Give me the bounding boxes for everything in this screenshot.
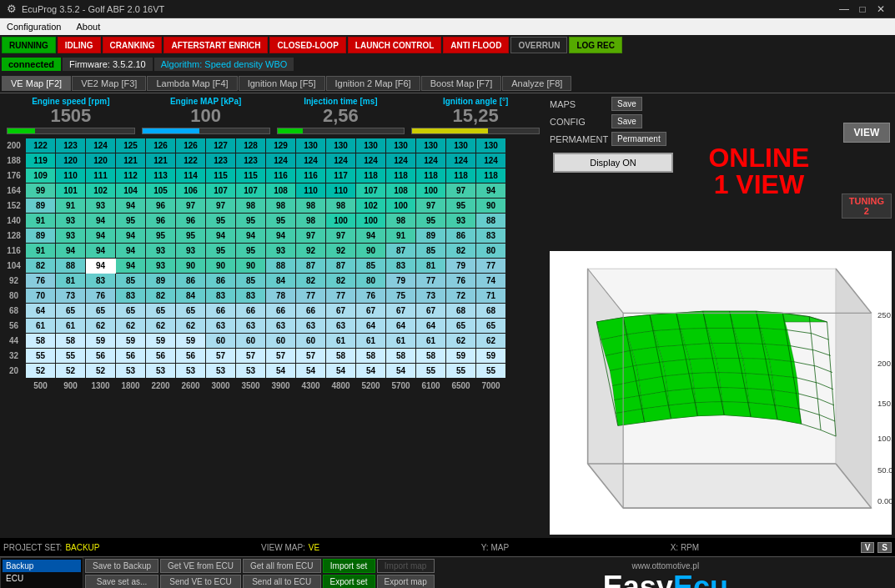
table-cell[interactable]: 83 (116, 289, 146, 304)
table-cell[interactable]: 63 (326, 319, 356, 334)
table-cell[interactable]: 83 (386, 259, 416, 274)
table-cell[interactable]: 130 (386, 138, 416, 153)
table-cell[interactable]: 57 (236, 349, 266, 364)
table-cell[interactable]: 87 (386, 244, 416, 259)
table-cell[interactable]: 113 (146, 168, 176, 183)
table-cell[interactable]: 108 (386, 183, 416, 199)
table-cell[interactable]: 67 (356, 304, 386, 319)
table-cell[interactable]: 57 (296, 349, 326, 364)
btn-closedloop[interactable]: CLOSED-LOOP (269, 37, 345, 53)
table-cell[interactable]: 59 (116, 334, 146, 349)
table-cell[interactable]: 59 (446, 349, 476, 364)
table-cell[interactable]: 97 (176, 199, 206, 214)
table-cell[interactable]: 86 (446, 229, 476, 244)
table-cell[interactable]: 89 (26, 229, 56, 244)
table-cell[interactable]: 130 (326, 138, 356, 153)
btn-cranking[interactable]: CRANKING (103, 37, 163, 53)
export-set-button[interactable]: Export set (323, 575, 375, 588)
table-cell[interactable]: 124 (296, 153, 326, 168)
minimize-button[interactable]: — (837, 3, 852, 15)
table-cell[interactable]: 95 (206, 214, 236, 229)
table-cell[interactable]: 95 (266, 214, 296, 229)
table-cell[interactable]: 90 (476, 199, 506, 214)
config-save-button[interactable]: Save (611, 114, 642, 128)
table-cell[interactable]: 95 (236, 244, 266, 259)
tree-item-ecu[interactable]: ECU (3, 572, 81, 585)
table-cell[interactable]: 121 (146, 153, 176, 168)
table-cell[interactable]: 89 (146, 274, 176, 289)
table-cell[interactable]: 98 (296, 214, 326, 229)
table-cell[interactable]: 60 (206, 334, 236, 349)
tree-item-backup[interactable]: Backup (3, 560, 81, 572)
table-cell[interactable]: 52 (56, 364, 86, 379)
table-cell[interactable]: 124 (446, 153, 476, 168)
export-map-button[interactable]: Export map (377, 575, 435, 588)
table-cell[interactable]: 79 (446, 259, 476, 274)
table-cell[interactable]: 90 (206, 259, 236, 274)
table-cell[interactable]: 67 (326, 304, 356, 319)
table-cell[interactable]: 93 (146, 259, 176, 274)
table-cell[interactable]: 97 (326, 229, 356, 244)
table-cell[interactable]: 58 (416, 349, 446, 364)
table-cell[interactable]: 82 (296, 274, 326, 289)
table-cell[interactable]: 102 (356, 199, 386, 214)
table-cell[interactable]: 83 (206, 289, 236, 304)
table-cell[interactable]: 78 (266, 289, 296, 304)
table-cell[interactable]: 61 (56, 319, 86, 334)
table-cell[interactable]: 91 (386, 229, 416, 244)
table-cell[interactable]: 110 (56, 168, 86, 183)
table-cell[interactable]: 82 (446, 244, 476, 259)
table-cell[interactable]: 109 (26, 168, 56, 183)
tab-ve2-map[interactable]: VE2 Map [F3] (72, 76, 146, 91)
table-cell[interactable]: 53 (116, 364, 146, 379)
table-cell[interactable]: 58 (356, 349, 386, 364)
table-cell[interactable]: 93 (266, 244, 296, 259)
table-cell[interactable]: 111 (86, 168, 116, 183)
menu-about[interactable]: About (73, 20, 103, 33)
btn-afterstart[interactable]: AFTERSTART ENRICH (163, 37, 268, 53)
table-cell[interactable]: 110 (326, 183, 356, 199)
table-cell[interactable]: 82 (146, 289, 176, 304)
table-cell[interactable]: 95 (446, 199, 476, 214)
table-cell[interactable]: 65 (446, 319, 476, 334)
table-cell[interactable]: 63 (296, 319, 326, 334)
table-cell[interactable]: 86 (176, 274, 206, 289)
table-cell[interactable]: 68 (446, 304, 476, 319)
table-cell[interactable]: 60 (266, 334, 296, 349)
save-set-as-button[interactable]: Save set as... (85, 575, 158, 588)
table-cell[interactable]: 108 (266, 183, 296, 199)
table-cell[interactable]: 67 (386, 304, 416, 319)
table-cell[interactable]: 100 (386, 199, 416, 214)
table-cell[interactable]: 64 (416, 319, 446, 334)
get-all-from-ecu-button[interactable]: Get all from ECU (243, 559, 321, 573)
table-cell[interactable]: 124 (356, 153, 386, 168)
table-cell[interactable]: 110 (296, 183, 326, 199)
table-cell[interactable]: 124 (416, 153, 446, 168)
permanent-button[interactable]: Permament (611, 132, 666, 146)
table-cell[interactable]: 94 (206, 229, 236, 244)
table-cell[interactable]: 63 (236, 319, 266, 334)
table-cell[interactable]: 61 (356, 334, 386, 349)
table-cell[interactable]: 92 (326, 244, 356, 259)
tab-ve-map[interactable]: VE Map [F2] (2, 76, 71, 91)
table-cell[interactable]: 94 (236, 229, 266, 244)
table-cell[interactable]: 68 (476, 304, 506, 319)
table-cell[interactable]: 88 (266, 259, 296, 274)
table-cell[interactable]: 94 (86, 229, 116, 244)
table-cell[interactable]: 93 (176, 244, 206, 259)
table-cell[interactable]: 54 (266, 364, 296, 379)
table-cell[interactable]: 59 (176, 334, 206, 349)
table-cell[interactable]: 77 (476, 259, 506, 274)
get-ve-from-ecu-button[interactable]: Get VE from ECU (160, 559, 241, 573)
table-cell[interactable]: 118 (446, 168, 476, 183)
table-cell[interactable]: 94 (86, 259, 116, 274)
table-cell[interactable]: 107 (206, 183, 236, 199)
table-cell[interactable]: 126 (176, 138, 206, 153)
table-cell[interactable]: 71 (476, 289, 506, 304)
table-cell[interactable]: 117 (326, 168, 356, 183)
table-cell[interactable]: 127 (206, 138, 236, 153)
table-cell[interactable]: 82 (26, 259, 56, 274)
table-cell[interactable]: 65 (146, 304, 176, 319)
table-cell[interactable]: 85 (416, 244, 446, 259)
table-cell[interactable]: 124 (266, 153, 296, 168)
